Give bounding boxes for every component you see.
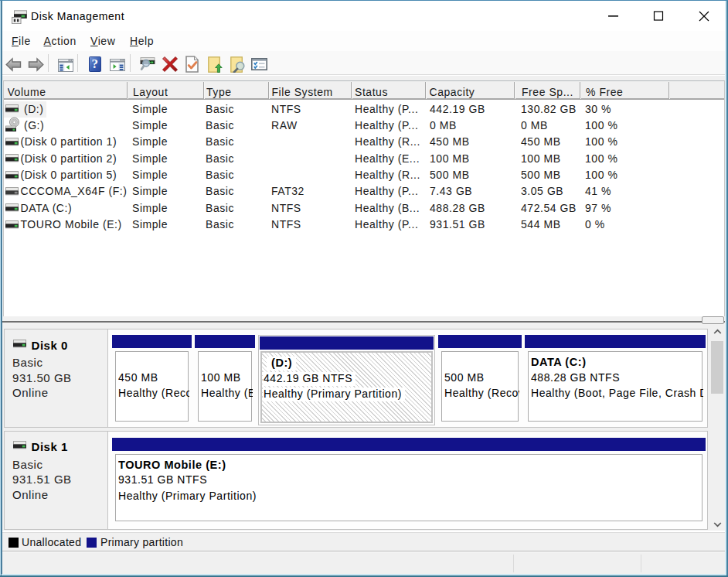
svg-text:?: ? [91, 56, 98, 71]
